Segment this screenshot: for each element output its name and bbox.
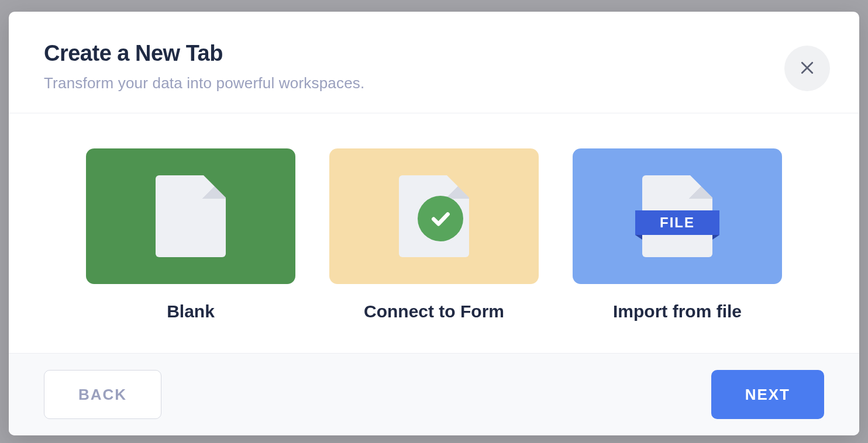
close-button[interactable]	[784, 46, 830, 91]
next-button[interactable]: NEXT	[711, 370, 824, 419]
file-badge-label: FILE	[635, 210, 719, 235]
modal-title: Create a New Tab	[44, 41, 824, 66]
option-label: Import from file	[613, 302, 742, 321]
back-button[interactable]: BACK	[44, 370, 161, 419]
modal-body: Blank Connect to Form	[9, 113, 859, 353]
option-import-file-tile: FILE	[573, 148, 782, 284]
option-import-file[interactable]: FILE Import from file	[573, 148, 782, 330]
close-icon	[798, 59, 816, 78]
file-icon: FILE	[642, 175, 712, 257]
option-connect-form[interactable]: Connect to Form	[329, 148, 539, 330]
modal-header: Create a New Tab Transform your data int…	[9, 12, 859, 113]
modal-subtitle: Transform your data into powerful worksp…	[44, 74, 824, 92]
option-blank[interactable]: Blank	[86, 148, 295, 330]
create-tab-modal: Create a New Tab Transform your data int…	[9, 12, 859, 435]
option-blank-tile	[86, 148, 295, 284]
document-check-icon	[399, 175, 469, 257]
option-label: Blank	[167, 302, 215, 321]
option-label: Connect to Form	[364, 302, 504, 321]
option-connect-form-tile	[329, 148, 539, 284]
checkmark-icon	[418, 196, 463, 241]
document-icon	[156, 175, 226, 257]
modal-footer: BACK NEXT	[9, 353, 859, 435]
